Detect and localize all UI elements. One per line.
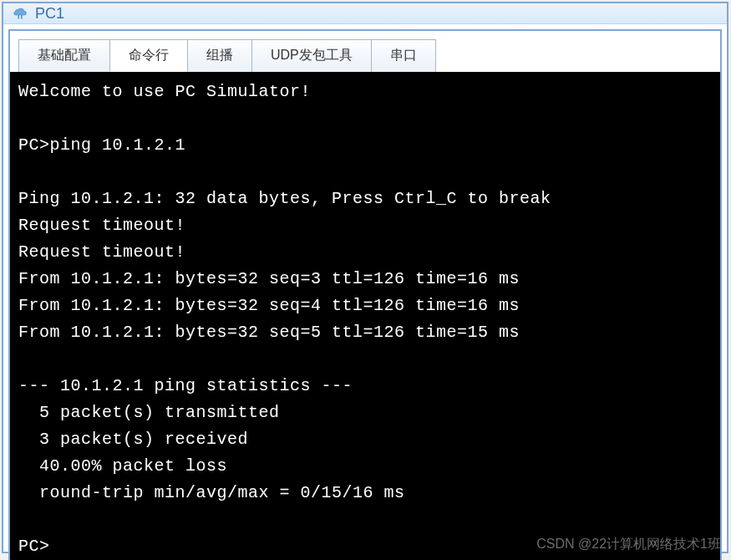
tab-command-line[interactable]: 命令行 xyxy=(109,39,188,72)
content-area: 基础配置 命令行 组播 UDP发包工具 串口 Welcome to use PC… xyxy=(8,29,722,560)
tab-udp-tool[interactable]: UDP发包工具 xyxy=(251,39,372,72)
app-window: PC1 基础配置 命令行 组播 UDP发包工具 串口 Welcome to us… xyxy=(2,2,728,553)
titlebar[interactable]: PC1 xyxy=(3,3,727,24)
tab-serial[interactable]: 串口 xyxy=(371,39,436,72)
app-icon xyxy=(10,3,30,23)
window-title: PC1 xyxy=(35,5,64,23)
tab-row: 基础配置 命令行 组播 UDP发包工具 串口 xyxy=(10,31,720,72)
tab-multicast[interactable]: 组播 xyxy=(187,39,252,72)
tab-basic-config[interactable]: 基础配置 xyxy=(18,39,110,72)
watermark-text: CSDN @22计算机网络技术1班 xyxy=(536,536,721,553)
terminal-output[interactable]: Welcome to use PC Simulator! PC>ping 10.… xyxy=(10,72,720,560)
